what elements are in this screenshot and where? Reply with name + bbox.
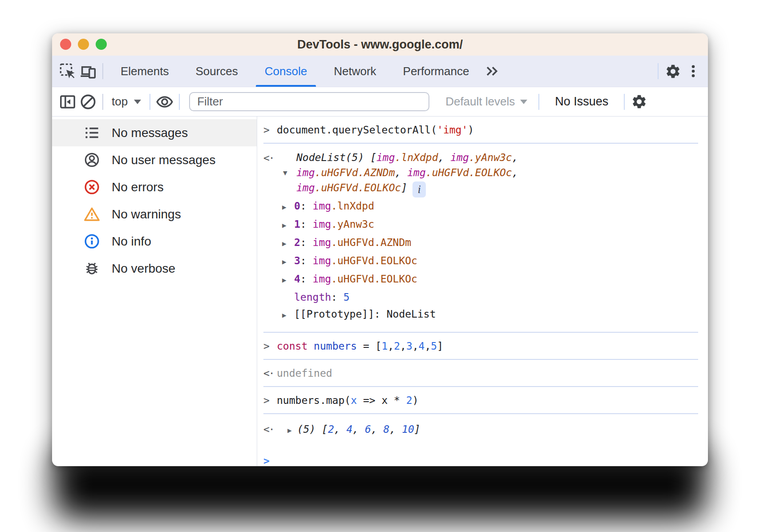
input-marker-icon: >	[263, 122, 277, 138]
live-expression-button[interactable]	[154, 92, 175, 112]
sidebar-item-no-info[interactable]: No info	[52, 228, 257, 255]
sidebar-item-no-messages[interactable]: No messages	[52, 119, 257, 146]
console-token: 2	[394, 340, 400, 352]
console-token: ]	[401, 182, 407, 193]
device-toolbar-icon	[79, 62, 97, 80]
info-icon	[83, 233, 100, 250]
console-token: .yAnw3c	[331, 218, 374, 230]
filter-input[interactable]	[189, 92, 429, 111]
customize-menu-button[interactable]	[683, 61, 703, 81]
screenshot-stage: DevTools - www.google.com/ ElementsSourc…	[0, 0, 760, 532]
console-token: )	[412, 395, 419, 406]
console-token: ,	[400, 340, 406, 352]
tab-network[interactable]: Network	[320, 56, 389, 87]
issues-counter[interactable]: No Issues	[543, 95, 620, 109]
minimize-button[interactable]	[78, 39, 89, 50]
levels-label: Default levels	[445, 95, 515, 109]
property-name: 4	[294, 273, 300, 285]
clear-console-button[interactable]	[78, 92, 98, 112]
tab-performance[interactable]: Performance	[390, 56, 483, 87]
expand-triangle-icon[interactable]: ▶	[282, 254, 294, 270]
tab-console[interactable]: Console	[251, 56, 320, 87]
console-entry: <·NodeList(5) [img.lnXdpd, img.yAnw3c,▼i…	[263, 144, 698, 333]
more-tabs-button[interactable]	[482, 61, 503, 81]
device-toolbar-button[interactable]	[78, 61, 98, 81]
console-token: 4	[346, 423, 352, 435]
sidebar-item-no-user-messages[interactable]: No user messages	[52, 146, 257, 173]
console-token: 5	[431, 340, 437, 352]
console-toolbar: top Default levels No Issues	[52, 87, 708, 117]
context-label: top	[112, 95, 128, 109]
chevron-down-icon	[134, 100, 141, 104]
sidebar-item-no-errors[interactable]: No errors	[52, 173, 257, 201]
panel-left-icon	[59, 93, 77, 111]
console-entry-content: undefined	[277, 365, 698, 382]
user-icon	[83, 152, 100, 169]
sidebar-item-no-warnings[interactable]: No warnings	[52, 201, 257, 228]
divider	[102, 63, 103, 79]
console-entry-content: document.querySelectorAll('img')	[277, 122, 698, 138]
object-preview-line: NodeList(5) [img.lnXdpd, img.yAnw3c,	[277, 150, 698, 165]
tab-elements[interactable]: Elements	[107, 56, 182, 87]
sidebar-item-label: No user messages	[112, 153, 215, 167]
tab-sources[interactable]: Sources	[182, 56, 251, 87]
console-token: .uHGFVd.EOLKOc	[331, 273, 417, 285]
console-token: ,	[389, 423, 402, 435]
console-entry: >document.querySelectorAll('img')	[263, 117, 698, 144]
close-button[interactable]	[60, 39, 71, 50]
expand-triangle-icon[interactable]: ▶	[282, 199, 294, 216]
tab-label: Performance	[403, 64, 469, 78]
console-log: >document.querySelectorAll('img')<·NodeL…	[257, 117, 708, 466]
object-preview-line: ▼img.uHGFVd.AZNDm, img.uHGFVd.EOLKOc,	[277, 165, 698, 180]
console-token: x	[351, 395, 357, 406]
info-badge-icon[interactable]: i	[412, 181, 426, 197]
colon: :	[300, 200, 313, 212]
console-token: NodeList	[387, 308, 436, 320]
colon: :	[300, 218, 313, 230]
sidebar-item-no-verbose[interactable]: No verbose	[52, 255, 257, 282]
javascript-context-selector[interactable]: top	[107, 95, 146, 109]
console-settings-button[interactable]	[629, 92, 649, 112]
expand-triangle-icon[interactable]: ▶	[282, 307, 294, 324]
console-token: .uHGFVd.EOLKOc	[426, 167, 512, 178]
bug-icon	[83, 260, 100, 277]
divider	[179, 94, 180, 110]
console-token: ,	[512, 152, 518, 163]
inspect-element-button[interactable]	[57, 61, 78, 81]
tab-label: Sources	[195, 64, 238, 78]
console-token: .lnXdpd	[395, 152, 438, 163]
double-chevron-icon	[484, 63, 501, 80]
clear-console-icon	[79, 93, 97, 111]
console-token: ,	[424, 340, 431, 352]
zoom-button[interactable]	[96, 39, 107, 50]
log-levels-selector[interactable]: Default levels	[445, 95, 527, 109]
expand-triangle-icon[interactable]: ▶	[282, 272, 294, 289]
console-token: ,	[352, 423, 365, 435]
expand-triangle-icon[interactable]: ▶	[287, 426, 292, 435]
console-token: document.querySelectorAll(	[277, 124, 437, 136]
settings-button[interactable]	[663, 61, 683, 81]
collapse-triangle-icon[interactable]: ▼	[283, 165, 287, 181]
console-entry-content: const numbers = [1,2,3,4,5]	[277, 338, 698, 355]
console-token: img	[407, 167, 426, 178]
console-prompt[interactable]: >	[263, 447, 698, 466]
console-entry: <·▶(5) [2, 4, 6, 8, 10]	[263, 414, 698, 447]
expand-triangle-icon[interactable]: ▶	[282, 235, 294, 252]
sidebar-item-label: No verbose	[112, 262, 175, 276]
kebab-menu-icon	[685, 63, 701, 79]
colon: :	[374, 308, 387, 320]
colon: :	[300, 255, 313, 266]
console-entry-content: numbers.map(x => x * 2)	[277, 392, 698, 409]
console-entry: <·undefined	[263, 360, 698, 387]
console-token: ,	[438, 152, 451, 163]
console-token: ,	[388, 340, 394, 352]
expand-triangle-icon[interactable]: ▶	[282, 217, 294, 234]
property-name: 1	[294, 218, 300, 230]
console-token: img	[313, 237, 331, 248]
console-sidebar-toggle-button[interactable]	[57, 92, 78, 112]
tab-label: Elements	[121, 64, 169, 78]
property-name: 2	[294, 237, 300, 248]
traffic-lights	[60, 39, 107, 50]
console-token: ,	[334, 423, 347, 435]
console-token: img	[313, 255, 331, 266]
